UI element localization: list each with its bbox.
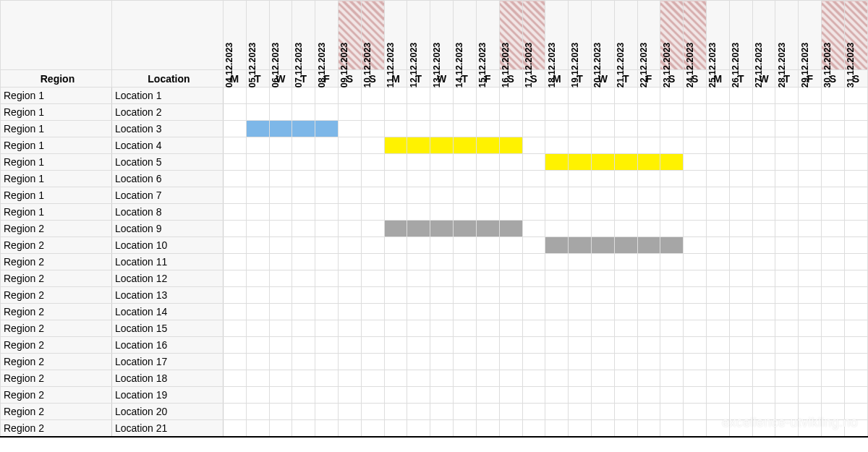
- date-column-header[interactable]: 05.12.2023: [246, 1, 269, 70]
- gantt-cell[interactable]: [223, 187, 246, 204]
- gantt-cell[interactable]: [822, 320, 845, 337]
- gantt-cell[interactable]: [407, 154, 430, 171]
- location-cell[interactable]: Location 12: [111, 270, 223, 287]
- gantt-cell[interactable]: [660, 370, 684, 387]
- gantt-cell[interactable]: [407, 270, 430, 287]
- gantt-cell[interactable]: [430, 370, 454, 387]
- location-cell[interactable]: Location 4: [111, 137, 223, 154]
- gantt-cell[interactable]: [384, 370, 407, 387]
- gantt-cell[interactable]: [384, 154, 407, 171]
- gantt-cell[interactable]: [684, 187, 707, 204]
- gantt-cell[interactable]: [707, 137, 730, 154]
- gantt-cell[interactable]: [569, 420, 592, 437]
- gantt-cell[interactable]: [223, 304, 246, 320]
- gantt-cell[interactable]: [729, 304, 752, 320]
- gantt-cell[interactable]: [614, 137, 637, 154]
- gantt-cell[interactable]: [591, 187, 614, 204]
- gantt-cell[interactable]: [660, 354, 684, 370]
- gantt-cell[interactable]: [799, 137, 822, 154]
- gantt-cell[interactable]: [591, 370, 614, 387]
- gantt-cell[interactable]: [707, 237, 730, 254]
- gantt-cell[interactable]: [545, 254, 569, 270]
- gantt-cell[interactable]: [339, 354, 362, 370]
- gantt-cell[interactable]: [361, 287, 384, 304]
- gantt-cell[interactable]: [384, 304, 407, 320]
- gantt-cell[interactable]: [246, 270, 269, 287]
- gantt-cell[interactable]: [660, 104, 684, 121]
- gantt-cell[interactable]: [569, 304, 592, 320]
- gantt-cell[interactable]: [269, 187, 292, 204]
- gantt-cell[interactable]: [684, 370, 707, 387]
- date-column-header[interactable]: 28.12.2023: [775, 1, 799, 70]
- gantt-cell[interactable]: [799, 404, 822, 420]
- gantt-cell[interactable]: [844, 88, 867, 104]
- gantt-cell[interactable]: [822, 104, 845, 121]
- gantt-cell[interactable]: [660, 387, 684, 404]
- gantt-cell[interactable]: [476, 187, 499, 204]
- gantt-cell[interactable]: [499, 320, 522, 337]
- gantt-cell[interactable]: [729, 287, 752, 304]
- gantt-cell[interactable]: [822, 404, 845, 420]
- gantt-cell[interactable]: [246, 320, 269, 337]
- gantt-cell[interactable]: [637, 320, 660, 337]
- gantt-cell[interactable]: [614, 270, 637, 287]
- location-cell[interactable]: Location 15: [111, 320, 223, 337]
- gantt-cell[interactable]: [569, 387, 592, 404]
- gantt-cell[interactable]: [223, 88, 246, 104]
- gantt-cell[interactable]: [384, 254, 407, 270]
- gantt-cell[interactable]: [822, 88, 845, 104]
- gantt-cell[interactable]: [339, 337, 362, 354]
- date-column-header[interactable]: 09.12.2023: [339, 1, 362, 70]
- gantt-cell[interactable]: [569, 287, 592, 304]
- gantt-cell[interactable]: [707, 320, 730, 337]
- gantt-cell[interactable]: [545, 88, 569, 104]
- gantt-cell[interactable]: [361, 420, 384, 437]
- gantt-cell[interactable]: [545, 171, 569, 187]
- gantt-cell[interactable]: [752, 221, 775, 237]
- gantt-cell[interactable]: [822, 154, 845, 171]
- gantt-cell[interactable]: [729, 354, 752, 370]
- gantt-cell[interactable]: [729, 337, 752, 354]
- gantt-cell[interactable]: [545, 354, 569, 370]
- gantt-cell[interactable]: [637, 88, 660, 104]
- gantt-cell[interactable]: [476, 204, 499, 221]
- gantt-cell[interactable]: [775, 121, 799, 137]
- gantt-cell[interactable]: [499, 121, 522, 137]
- date-column-header[interactable]: 22.12.2023: [637, 1, 660, 70]
- gantt-cell[interactable]: [799, 204, 822, 221]
- gantt-cell[interactable]: [752, 287, 775, 304]
- region-cell[interactable]: Region 1: [1, 137, 112, 154]
- gantt-cell[interactable]: [752, 204, 775, 221]
- region-cell[interactable]: Region 1: [1, 104, 112, 121]
- gantt-cell[interactable]: [729, 104, 752, 121]
- location-cell[interactable]: Location 13: [111, 287, 223, 304]
- gantt-cell[interactable]: [522, 354, 545, 370]
- gantt-cell[interactable]: [223, 237, 246, 254]
- gantt-cell[interactable]: [499, 254, 522, 270]
- date-column-header[interactable]: 23.12.2023: [660, 1, 684, 70]
- gantt-cell[interactable]: [729, 254, 752, 270]
- gantt-cell[interactable]: [499, 137, 522, 154]
- gantt-cell[interactable]: [799, 237, 822, 254]
- gantt-cell[interactable]: [339, 304, 362, 320]
- gantt-cell[interactable]: [499, 171, 522, 187]
- gantt-cell[interactable]: [454, 304, 477, 320]
- gantt-cell[interactable]: [430, 104, 454, 121]
- gantt-cell[interactable]: [430, 404, 454, 420]
- gantt-cell[interactable]: [407, 104, 430, 121]
- gantt-cell[interactable]: [775, 221, 799, 237]
- gantt-cell[interactable]: [339, 270, 362, 287]
- gantt-cell[interactable]: [775, 304, 799, 320]
- gantt-cell[interactable]: [822, 370, 845, 387]
- gantt-cell[interactable]: [430, 121, 454, 137]
- gantt-cell[interactable]: [660, 287, 684, 304]
- gantt-cell[interactable]: [223, 104, 246, 121]
- gantt-cell[interactable]: [844, 304, 867, 320]
- gantt-cell[interactable]: [522, 171, 545, 187]
- gantt-cell[interactable]: [707, 287, 730, 304]
- gantt-cell[interactable]: [569, 337, 592, 354]
- gantt-cell[interactable]: [499, 337, 522, 354]
- gantt-cell[interactable]: [799, 121, 822, 137]
- gantt-cell[interactable]: [454, 121, 477, 137]
- gantt-cell[interactable]: [246, 287, 269, 304]
